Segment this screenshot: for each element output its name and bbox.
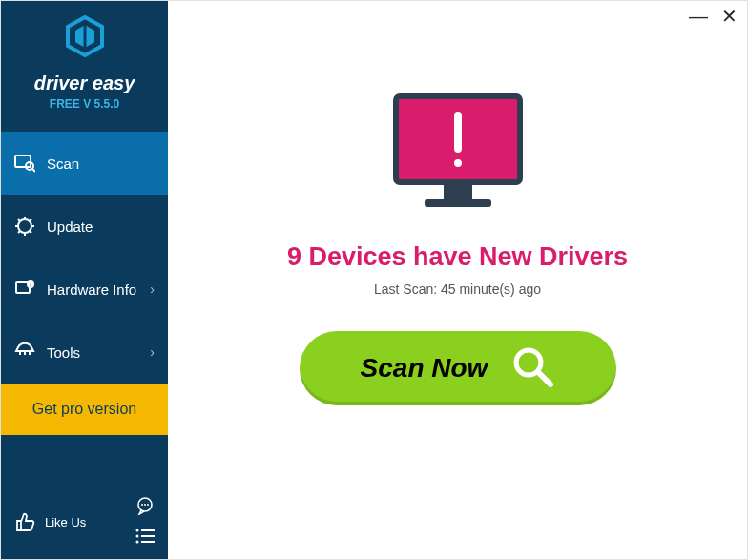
content: 9 Devices have New Drivers Last Scan: 45…	[168, 1, 747, 405]
chevron-right-icon: ›	[150, 281, 155, 297]
tools-icon	[14, 342, 35, 363]
headline: 9 Devices have New Drivers	[287, 242, 628, 272]
svg-point-16	[147, 504, 149, 506]
nav: Scan Update i Hardware Info › Tools	[1, 132, 168, 384]
main-panel: — ✕ 9 Devices have New Drivers Last Scan…	[168, 1, 747, 559]
get-pro-button[interactable]: Get pro version	[1, 384, 168, 435]
scan-icon	[14, 153, 35, 174]
bottom-bar: Like Us	[1, 485, 168, 559]
logo-icon	[1, 15, 168, 65]
close-button[interactable]: ✕	[721, 7, 738, 26]
svg-line-5	[32, 169, 35, 172]
app-window: driver easy FREE V 5.5.0 Scan Update i	[0, 0, 748, 560]
update-icon	[14, 216, 35, 237]
thumbs-up-icon[interactable]	[14, 511, 35, 532]
bottom-right-icons	[135, 496, 155, 548]
brand-name: driver easy	[1, 73, 168, 94]
menu-icon[interactable]	[135, 529, 155, 548]
svg-point-15	[144, 504, 146, 506]
pro-button-label: Get pro version	[32, 401, 136, 417]
svg-point-21	[136, 541, 139, 544]
spacer	[1, 435, 168, 485]
svg-point-27	[454, 159, 462, 167]
svg-point-19	[136, 535, 139, 538]
scan-now-button[interactable]: Scan Now	[300, 331, 616, 405]
sidebar-item-label: Update	[47, 218, 93, 235]
svg-rect-3	[15, 156, 31, 167]
version-label: FREE V 5.5.0	[1, 97, 168, 111]
magnifier-icon	[510, 344, 554, 392]
svg-rect-24	[444, 182, 472, 199]
minimize-button[interactable]: —	[689, 7, 708, 26]
like-label: Like Us	[45, 515, 86, 529]
monitor-alert-icon	[386, 92, 530, 219]
scan-button-label: Scan Now	[361, 353, 488, 384]
sidebar-item-scan[interactable]: Scan	[1, 132, 168, 195]
svg-point-6	[18, 219, 31, 233]
sidebar-item-hardware[interactable]: i Hardware Info ›	[1, 258, 168, 321]
svg-rect-25	[425, 199, 491, 207]
sidebar-item-tools[interactable]: Tools ›	[1, 321, 168, 384]
feedback-icon[interactable]	[135, 496, 155, 519]
sidebar-item-label: Tools	[47, 344, 80, 361]
sidebar: driver easy FREE V 5.5.0 Scan Update i	[1, 1, 168, 559]
svg-line-29	[538, 372, 551, 384]
logo-area: driver easy FREE V 5.5.0	[1, 1, 168, 120]
titlebar: — ✕	[689, 7, 738, 26]
svg-point-17	[136, 529, 139, 532]
sidebar-item-update[interactable]: Update	[1, 195, 168, 258]
sidebar-item-label: Scan	[47, 156, 79, 172]
sidebar-item-label: Hardware Info	[47, 281, 136, 298]
hardware-icon: i	[14, 279, 35, 300]
last-scan-text: Last Scan: 45 minute(s) ago	[374, 281, 541, 297]
svg-point-14	[141, 504, 143, 506]
chevron-right-icon: ›	[150, 344, 155, 360]
